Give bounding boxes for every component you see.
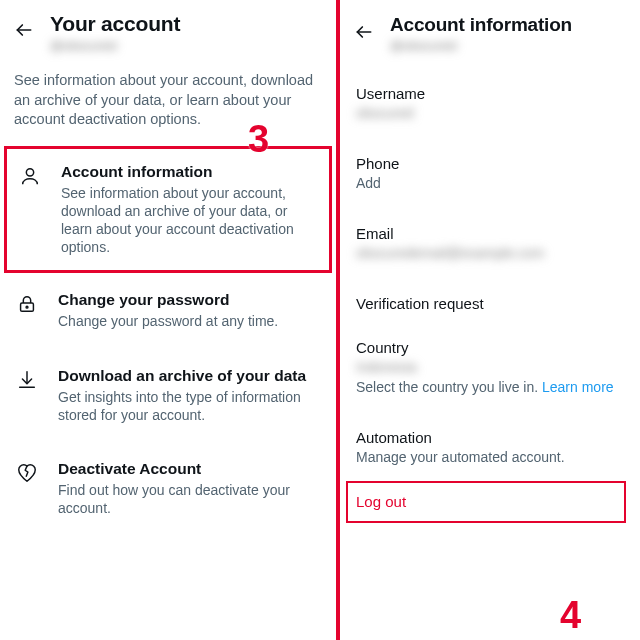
menu-item-account-information[interactable]: Account information See information abou… bbox=[4, 146, 332, 274]
label-verification: Verification request bbox=[356, 295, 624, 312]
automation-hint: Manage your automated account. bbox=[356, 449, 624, 465]
row-email[interactable]: Email obscuredemail@example.com bbox=[340, 215, 640, 271]
learn-more-link[interactable]: Learn more bbox=[542, 379, 614, 395]
svg-point-3 bbox=[26, 307, 28, 309]
menu-item-change-password[interactable]: Change your password Change your passwor… bbox=[0, 273, 336, 348]
lock-icon bbox=[14, 293, 40, 315]
page-description: See information about your account, down… bbox=[0, 61, 336, 146]
menu-item-desc: Change your password at any time. bbox=[58, 312, 322, 330]
value-country: Indonesia bbox=[356, 359, 624, 375]
row-country[interactable]: Country Indonesia Select the country you… bbox=[340, 329, 640, 405]
svg-point-1 bbox=[26, 168, 33, 175]
menu-item-title: Change your password bbox=[58, 291, 322, 309]
annotation-step-4: 4 bbox=[560, 594, 581, 637]
logout-button[interactable]: Log out bbox=[346, 481, 626, 523]
account-handle: @obscured bbox=[390, 38, 626, 53]
value-email: obscuredemail@example.com bbox=[356, 245, 624, 261]
page-title: Your account bbox=[50, 12, 322, 36]
menu-item-title: Download an archive of your data bbox=[58, 367, 322, 385]
menu-item-desc: Find out how you can deactivate your acc… bbox=[58, 481, 322, 517]
label-email: Email bbox=[356, 225, 624, 242]
row-verification[interactable]: Verification request bbox=[340, 285, 640, 325]
label-phone: Phone bbox=[356, 155, 624, 172]
label-username: Username bbox=[356, 85, 624, 102]
value-username: obscured bbox=[356, 105, 624, 121]
menu-item-deactivate-account[interactable]: Deactivate Account Find out how you can … bbox=[0, 442, 336, 535]
account-information-screen: Account information @obscured Username o… bbox=[340, 0, 640, 640]
label-automation: Automation bbox=[356, 429, 624, 446]
menu-item-desc: See information about your account, down… bbox=[61, 184, 319, 257]
header: Your account @obscured bbox=[0, 0, 336, 61]
row-phone[interactable]: Phone Add bbox=[340, 145, 640, 201]
value-phone: Add bbox=[356, 175, 624, 191]
row-username[interactable]: Username obscured bbox=[340, 75, 640, 131]
row-automation[interactable]: Automation Manage your automated account… bbox=[340, 419, 640, 475]
account-handle: @obscured bbox=[50, 38, 322, 53]
your-account-screen: Your account @obscured See information a… bbox=[0, 0, 336, 640]
menu-item-desc: Get insights into the type of informatio… bbox=[58, 388, 322, 424]
download-icon bbox=[14, 369, 40, 391]
menu-item-title: Deactivate Account bbox=[58, 460, 322, 478]
person-icon bbox=[17, 165, 43, 187]
back-arrow-icon[interactable] bbox=[14, 20, 34, 40]
menu-item-title: Account information bbox=[61, 163, 319, 181]
header: Account information @obscured bbox=[340, 0, 640, 61]
svg-rect-2 bbox=[21, 304, 34, 312]
menu-item-download-archive[interactable]: Download an archive of your data Get ins… bbox=[0, 349, 336, 442]
country-hint: Select the country you live in. Learn mo… bbox=[356, 379, 624, 395]
heartbreak-icon bbox=[14, 462, 40, 484]
annotation-step-3: 3 bbox=[248, 118, 269, 161]
back-arrow-icon[interactable] bbox=[354, 22, 374, 42]
logout-label: Log out bbox=[356, 493, 406, 510]
label-country: Country bbox=[356, 339, 624, 356]
page-title: Account information bbox=[390, 14, 626, 36]
